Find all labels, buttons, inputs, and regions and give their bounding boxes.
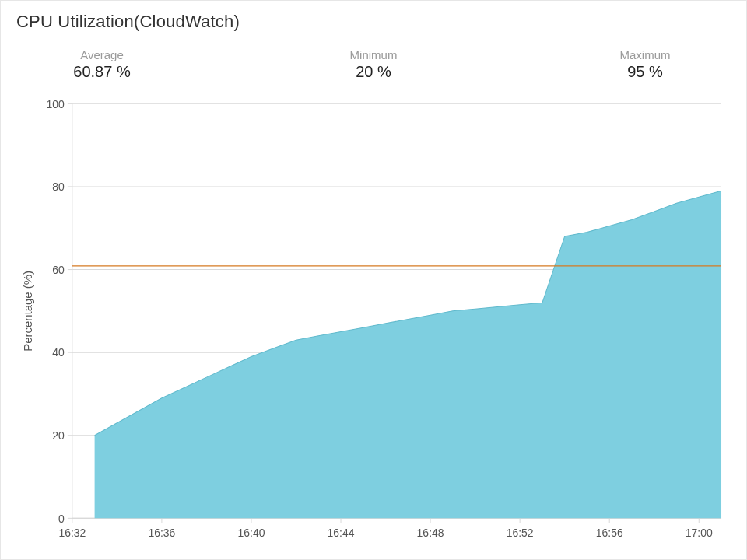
cpu-utilization-panel: CPU Utilization(CloudWatch) Average 60.8… [0, 0, 747, 560]
chart-container: 02040608010016:3216:3616:4016:4416:4816:… [1, 87, 746, 559]
stat-maximum: Maximum 95 % [598, 48, 692, 81]
svg-text:16:44: 16:44 [328, 526, 355, 539]
svg-text:60: 60 [52, 263, 65, 276]
svg-text:16:36: 16:36 [148, 526, 175, 539]
y-axis-title: Percentage (%) [22, 271, 33, 352]
svg-text:80: 80 [52, 180, 65, 194]
panel-header: CPU Utilization(CloudWatch) [1, 1, 746, 40]
stat-minimum-value: 20 % [356, 63, 391, 81]
svg-text:16:48: 16:48 [417, 526, 444, 539]
stat-average: Average 60.87 % [55, 48, 149, 81]
area-series [95, 191, 721, 518]
stat-maximum-value: 95 % [627, 63, 663, 81]
cpu-utilization-chart[interactable]: 02040608010016:3216:3616:4016:4416:4816:… [16, 87, 731, 551]
stat-minimum: Minimum 20 % [327, 48, 420, 81]
svg-text:100: 100 [47, 97, 65, 110]
svg-text:17:00: 17:00 [686, 526, 713, 539]
svg-text:0: 0 [58, 512, 65, 525]
svg-text:16:56: 16:56 [596, 526, 623, 539]
svg-text:40: 40 [52, 346, 65, 359]
svg-text:20: 20 [52, 429, 65, 443]
stat-average-value: 60.87 % [73, 63, 130, 81]
panel-title: CPU Utilization(CloudWatch) [16, 12, 731, 32]
svg-text:16:52: 16:52 [507, 526, 534, 539]
svg-text:16:40: 16:40 [237, 526, 265, 539]
stat-average-label: Average [80, 48, 124, 61]
summary-stats-row: Average 60.87 % Minimum 20 % Maximum 95 … [1, 40, 746, 87]
stat-maximum-label: Maximum [619, 48, 670, 61]
stat-minimum-label: Minimum [350, 48, 398, 61]
svg-text:16:32: 16:32 [58, 526, 86, 539]
